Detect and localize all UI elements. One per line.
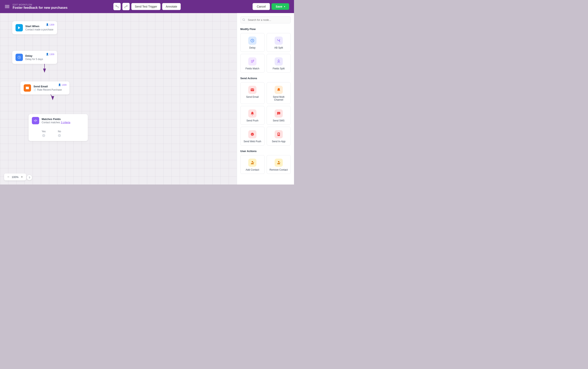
svg-point-6: [278, 113, 278, 113]
svg-point-3: [243, 19, 245, 20]
user-actions-grid: Add Contact Remove Contact: [240, 155, 291, 174]
ab-split-card[interactable]: AB Split: [267, 33, 291, 52]
send-in-app-card-label: Send In-App: [272, 140, 285, 143]
send-actions-section-title: Send Actions: [240, 77, 291, 80]
send-web-push-card-icon: [248, 130, 257, 138]
send-multi-card-label: Send Multi Channel: [268, 95, 289, 101]
send-multi-card[interactable]: Send Multi Channel: [267, 82, 291, 104]
svg-point-13: [252, 161, 253, 163]
add-contact-card[interactable]: Add Contact: [240, 155, 265, 174]
no-label: No: [58, 130, 61, 133]
user-icon-3: 👤: [58, 83, 61, 86]
send-email-node[interactable]: Send Email 📄 Rate Recent Purchase 👤 1309: [21, 82, 69, 94]
svg-point-7: [279, 113, 279, 113]
main-layout: Start When Contact made a purchase 👤 130…: [0, 13, 294, 184]
delay-card-icon: [248, 37, 257, 45]
matches-fields-subtitle: Contact matches 3 criteria: [42, 121, 84, 124]
yes-dot[interactable]: [42, 134, 45, 137]
delay-count: 👤 1309: [46, 53, 54, 55]
matches-fields-header: Matches Fields Contact matches 3 criteri…: [32, 117, 84, 124]
send-in-app-card[interactable]: Send In-App: [267, 127, 291, 145]
delay-subtitle: Delay for 5 days: [25, 58, 54, 61]
delay-node[interactable]: Delay Delay for 5 days 👤 1309: [12, 51, 57, 64]
matches-fields-title: Matches Fields: [42, 118, 84, 121]
no-branch: No: [58, 130, 61, 137]
send-actions-grid: Send Email Send Multi Channel Send Push …: [240, 82, 291, 145]
header-title-group: EDIT WORKFLOW Foster feedback for new pu…: [13, 4, 68, 10]
start-when-node[interactable]: Start When Contact made a purchase 👤 130…: [12, 21, 57, 34]
save-button[interactable]: Save ▾: [271, 3, 289, 10]
send-web-push-card[interactable]: Send Web Push: [240, 127, 265, 145]
fields-match-card-icon: [248, 57, 257, 65]
modify-flow-section-title: Modify Flow: [240, 28, 291, 31]
add-contact-card-icon: [248, 159, 257, 167]
send-email-count: 👤 1309: [58, 83, 67, 86]
send-email-subtitle: 📄 Rate Recent Purchase: [33, 88, 66, 91]
yes-branch: Yes: [42, 130, 46, 137]
redo-button[interactable]: [122, 3, 130, 10]
svg-marker-1: [18, 26, 21, 29]
node-search-input[interactable]: [240, 16, 291, 23]
svg-point-11: [279, 135, 279, 135]
modify-flow-grid: Delay AB Split Fields Match Fields Split: [240, 33, 291, 73]
annotate-button[interactable]: Annotate: [162, 3, 181, 10]
right-panel: Modify Flow Delay AB Split Fields Match: [237, 13, 294, 184]
zoom-in-button[interactable]: +: [20, 175, 24, 179]
delay-card-label: Delay: [249, 46, 256, 49]
ab-split-card-label: AB Split: [274, 46, 283, 49]
send-email-card[interactable]: Send Email: [240, 82, 265, 104]
zoom-controls: − 100% +: [4, 174, 26, 180]
start-when-count: 👤 1309: [46, 23, 54, 26]
send-email-card-label: Send Email: [246, 95, 259, 98]
send-in-app-card-icon: [275, 130, 283, 138]
send-push-card[interactable]: Send Push: [240, 106, 265, 125]
start-when-subtitle: Contact made a purchase: [25, 28, 54, 31]
send-email-card-icon: [248, 86, 257, 94]
user-icon: 👤: [46, 23, 49, 26]
send-test-trigger-button[interactable]: Send Test Trigger: [131, 3, 160, 10]
send-sms-card[interactable]: Send SMS: [267, 106, 291, 125]
criteria-link[interactable]: 3 criteria: [61, 121, 70, 124]
send-multi-card-icon: [275, 86, 283, 94]
edit-workflow-label: EDIT WORKFLOW: [13, 4, 68, 6]
add-contact-card-label: Add Contact: [246, 168, 259, 171]
fields-split-card-label: Fields Split: [273, 67, 285, 70]
svg-point-8: [279, 113, 279, 113]
search-box: [240, 16, 291, 23]
matches-fields-icon: [32, 117, 39, 124]
workflow-title: Foster feedback for new purchases: [13, 6, 68, 10]
cancel-button[interactable]: Cancel: [253, 3, 270, 10]
user-icon-2: 👤: [46, 53, 49, 55]
fields-match-card[interactable]: Fields Match: [240, 54, 265, 73]
help-button[interactable]: ?: [27, 175, 32, 180]
remove-contact-card[interactable]: Remove Contact: [267, 155, 291, 174]
save-chevron-icon: ▾: [284, 6, 285, 8]
connectors-svg: [0, 13, 237, 184]
no-dot[interactable]: [58, 134, 61, 137]
fields-split-card-icon: [275, 57, 283, 65]
workflow-canvas[interactable]: Start When Contact made a purchase 👤 130…: [0, 13, 237, 184]
send-push-card-icon: [248, 109, 257, 118]
undo-button[interactable]: [113, 3, 121, 10]
search-icon: [242, 18, 245, 22]
fields-split-card[interactable]: Fields Split: [267, 54, 291, 73]
send-sms-card-label: Send SMS: [273, 119, 284, 122]
send-web-push-card-label: Send Web Push: [244, 140, 261, 143]
start-when-icon: [16, 24, 23, 31]
matches-fields-node[interactable]: Matches Fields Contact matches 3 criteri…: [29, 114, 88, 141]
svg-rect-12: [278, 133, 279, 135]
header-right-controls: Cancel Save ▾: [253, 3, 289, 10]
remove-contact-card-icon: [275, 159, 283, 167]
delay-icon: [16, 54, 23, 61]
delay-card[interactable]: Delay: [240, 33, 265, 52]
matches-fields-content: Matches Fields Contact matches 3 criteri…: [42, 118, 84, 124]
header-center-controls: Send Test Trigger Annotate: [113, 3, 181, 10]
header: EDIT WORKFLOW Foster feedback for new pu…: [0, 0, 294, 13]
zoom-out-button[interactable]: −: [7, 175, 10, 179]
svg-point-16: [278, 161, 279, 163]
user-actions-section-title: User Actions: [240, 150, 291, 153]
fields-match-card-label: Fields Match: [245, 67, 259, 70]
send-email-icon: [24, 84, 31, 92]
matches-branches: Yes No: [32, 130, 84, 137]
menu-button[interactable]: [5, 5, 9, 8]
